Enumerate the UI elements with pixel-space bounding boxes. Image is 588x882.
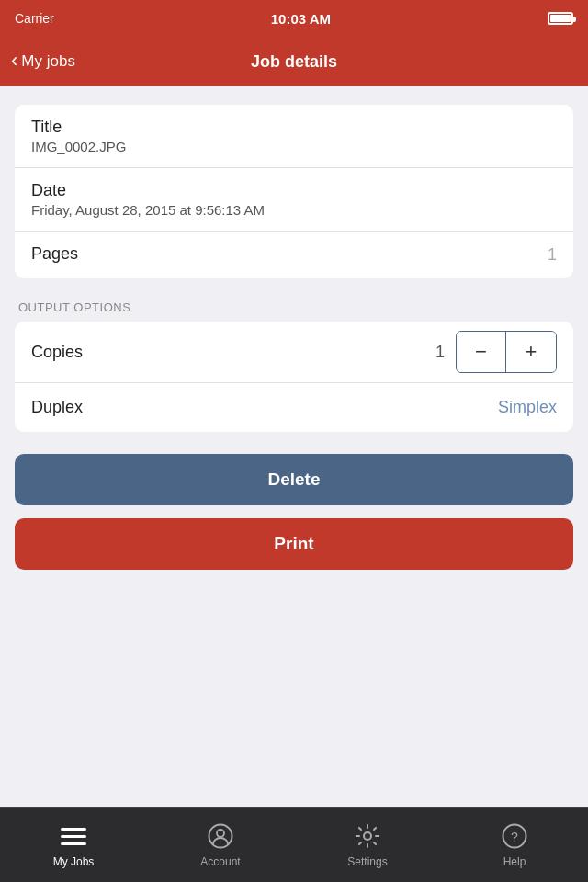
help-icon: ? [500, 821, 529, 851]
copies-row: Copies 1 − + [15, 322, 573, 383]
increase-button[interactable]: + [506, 332, 556, 372]
back-button[interactable]: ‹ My jobs [11, 52, 75, 71]
pages-value: 1 [548, 245, 557, 265]
title-row: Title IMG_0002.JPG [15, 105, 573, 168]
output-options-header: OUTPUT OPTIONS [15, 300, 573, 322]
date-value: Friday, August 28, 2015 at 9:56:13 AM [31, 202, 557, 218]
title-value: IMG_0002.JPG [31, 139, 557, 154]
duplex-row: Duplex Simplex [15, 383, 573, 432]
tab-bar: My Jobs Account Settings ? [0, 807, 588, 882]
delete-button[interactable]: Delete [15, 454, 573, 505]
settings-icon [353, 821, 382, 851]
pages-label: Pages [31, 244, 78, 264]
tab-settings[interactable]: Settings [294, 821, 441, 868]
tab-help-label: Help [503, 855, 526, 868]
account-icon [206, 821, 235, 851]
pages-row: Pages 1 [15, 232, 573, 278]
copies-label: Copies [31, 343, 83, 362]
date-label: Date [31, 181, 557, 200]
title-label: Title [31, 118, 557, 137]
copies-count: 1 [435, 343, 445, 362]
back-label: My jobs [21, 52, 75, 71]
page-title: Job details [251, 52, 337, 72]
svg-text:?: ? [511, 830, 518, 844]
decrease-button[interactable]: − [457, 332, 506, 372]
print-button[interactable]: Print [15, 518, 573, 570]
tab-help[interactable]: ? Help [441, 821, 588, 868]
svg-point-2 [364, 832, 371, 840]
battery-icon [548, 12, 573, 25]
duplex-label: Duplex [31, 398, 83, 417]
duplex-value: Simplex [498, 398, 557, 417]
job-info-card: Title IMG_0002.JPG Date Friday, August 2… [15, 105, 573, 278]
copies-stepper: − + [456, 331, 557, 373]
status-bar: Carrier 10:03 AM [0, 0, 588, 37]
tab-account-label: Account [200, 855, 240, 868]
svg-point-1 [217, 830, 224, 837]
date-row: Date Friday, August 28, 2015 at 9:56:13 … [15, 168, 573, 232]
copies-control: 1 − + [435, 331, 557, 373]
tab-account[interactable]: Account [147, 821, 294, 868]
my-jobs-icon [59, 821, 88, 851]
time-label: 10:03 AM [271, 11, 331, 27]
output-options-card: Copies 1 − + Duplex Simplex [15, 322, 573, 432]
tab-my-jobs[interactable]: My Jobs [0, 821, 147, 868]
nav-bar: ‹ My jobs Job details [0, 37, 588, 86]
tab-my-jobs-label: My Jobs [53, 855, 95, 868]
tab-settings-label: Settings [347, 855, 387, 868]
carrier-label: Carrier [15, 11, 54, 26]
status-icons [548, 12, 573, 25]
chevron-left-icon: ‹ [11, 51, 17, 71]
main-content: Title IMG_0002.JPG Date Friday, August 2… [0, 86, 588, 807]
